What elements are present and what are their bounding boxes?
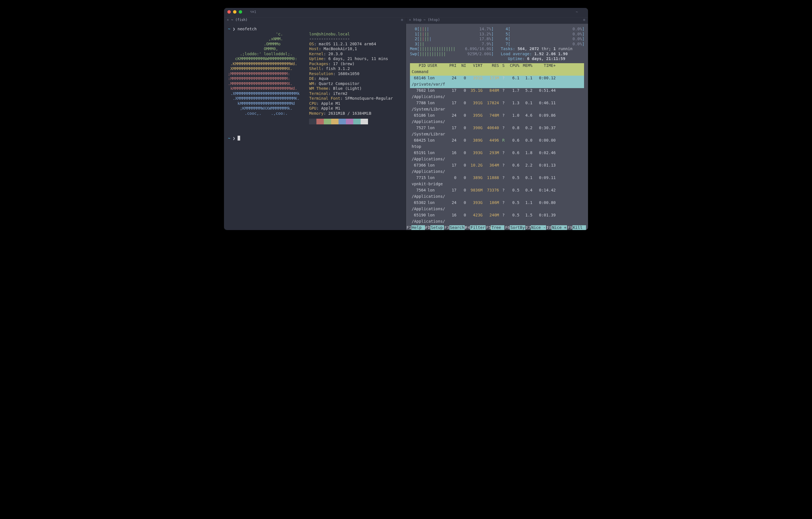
table-header: PIDUSERPRINIVIRTRESSCPU%MEM%TIME+Command	[410, 63, 584, 75]
prompt-line: ~ ❯	[228, 136, 402, 141]
swatch	[353, 119, 360, 124]
minimize-icon[interactable]	[233, 10, 236, 13]
swatch	[324, 119, 331, 124]
neofetch-output: 'c. lon@shinobu.local ,xNMM. -----------…	[228, 32, 402, 116]
fkey-f4[interactable]: F4Filter	[465, 225, 485, 230]
table-row[interactable]: 67366lon17010.2G364M?0.62.20:01.13/Appli…	[410, 163, 584, 175]
table-row[interactable]: 65186lon240395G748M?1.04.60:09.86/Applic…	[410, 113, 584, 125]
terminal-window: ⌥⌘1 ~ × ~ (fish) ⚙ × htop ~ (htop) ⚙ ~ ❯…	[224, 8, 588, 230]
prompt-symbol: ❯	[233, 27, 235, 31]
swatch	[346, 119, 353, 124]
table-row[interactable]: 68425lon240389G4496R0.60.00:00.00htop	[410, 138, 584, 150]
table-row[interactable]: 7564lon1709836M73376?0.50.40:14.42/Appli…	[410, 188, 584, 200]
split-panes: ~ ❯ neofetch 'c. lon@shinobu.local ,xNMM…	[224, 24, 588, 230]
pane-htop[interactable]: 0[|||| 14.7%] 4[ 0.0%] 1[|||| 13.2%] 5[ …	[406, 24, 588, 230]
table-row[interactable]: 7527lon170390G40640?0.80.20:30.37/System…	[410, 125, 584, 138]
close-icon[interactable]	[227, 10, 231, 13]
fkey-f6[interactable]: F6SortBy	[504, 225, 525, 230]
fkey-f7[interactable]: F7Nice -	[525, 225, 546, 230]
tab-fish[interactable]: × ~ (fish) ⚙	[224, 18, 406, 22]
table-row[interactable]: 65302lon240393G186M?0.51.10:00.80/Applic…	[410, 200, 584, 213]
swatch	[316, 119, 324, 124]
tab-bar: × ~ (fish) ⚙ × htop ~ (htop) ⚙	[224, 16, 588, 24]
command-text: neofetch	[238, 27, 257, 31]
pane-fish[interactable]: ~ ❯ neofetch 'c. lon@shinobu.local ,xNMM…	[224, 24, 406, 230]
cursor[interactable]	[238, 136, 240, 141]
window-title-left: ⌥⌘1	[250, 10, 256, 14]
prompt-cwd: ~	[228, 136, 230, 141]
gear-icon[interactable]: ⚙	[583, 18, 585, 22]
fkey-f5[interactable]: F5Tree	[486, 225, 505, 230]
window-title-right: ~	[576, 10, 585, 14]
gear-icon[interactable]: ⚙	[401, 18, 403, 22]
process-table: PIDUSERPRINIVIRTRESSCPU%MEM%TIME+Command…	[410, 63, 584, 230]
table-row[interactable]: 65191lon160393G293M?0.61.80:02.46/Applic…	[410, 150, 584, 163]
close-icon[interactable]: ×	[227, 18, 229, 22]
fkey-f8[interactable]: F8Nice +	[546, 225, 567, 230]
prompt-cwd: ~	[228, 27, 230, 31]
table-row[interactable]: 7715lon00389G11888?0.50.10:09.11vpnkit-b…	[410, 175, 584, 188]
swatch	[309, 119, 316, 124]
fkey-f2[interactable]: F2Setup	[425, 225, 444, 230]
tab-label: htop ~ (htop)	[413, 18, 440, 22]
table-row[interactable]: 68146lon240391G173M?6.11.10:00.12/privat…	[410, 75, 584, 88]
table-row[interactable]: 65190lon160423G240M?0.51.50:01.39/Applic…	[410, 213, 584, 225]
swatch	[339, 119, 346, 124]
tab-htop[interactable]: × htop ~ (htop) ⚙	[406, 18, 588, 22]
fkey-f3[interactable]: F3Search	[444, 225, 465, 230]
fkey-f9[interactable]: F9Kill	[567, 225, 586, 230]
window-titlebar: ⌥⌘1 ~	[224, 8, 588, 16]
table-row[interactable]: 7788lon170391G17824?1.30.10:46.11/System…	[410, 100, 584, 113]
zoom-icon[interactable]	[239, 10, 242, 13]
close-icon[interactable]: ×	[409, 18, 411, 22]
prompt-line: ~ ❯ neofetch	[228, 27, 402, 32]
color-swatches	[309, 119, 402, 124]
table-row[interactable]: 7602lon17035.1G848M?1.75.20:51.44/Applic…	[410, 88, 584, 100]
traffic-lights	[227, 10, 242, 13]
htop-meters: 0[|||| 14.7%] 4[ 0.0%] 1[|||| 13.2%] 5[ …	[410, 27, 584, 61]
tab-label: ~ (fish)	[231, 18, 248, 22]
swatch	[360, 119, 368, 124]
htop-fkeys: F1Help F2Setup F3SearchF4FilterF5Tree F6…	[406, 225, 588, 230]
fkey-f1[interactable]: F1Help	[406, 225, 425, 230]
prompt-symbol: ❯	[233, 136, 235, 141]
swatch	[331, 119, 339, 124]
